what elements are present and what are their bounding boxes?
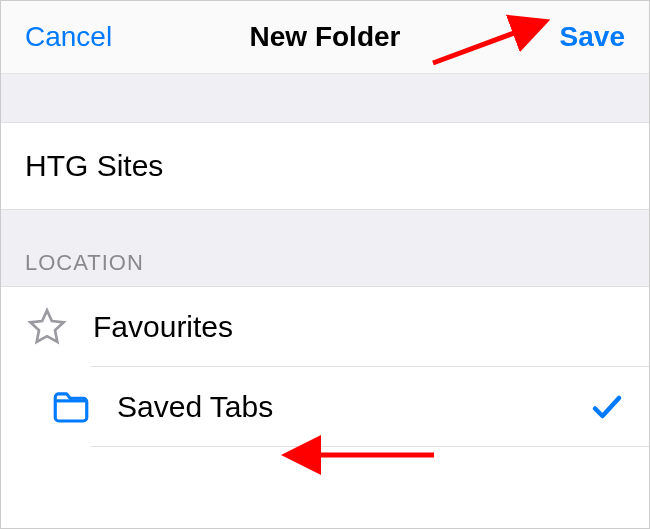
save-button[interactable]: Save bbox=[560, 21, 625, 53]
section-gap bbox=[1, 74, 649, 122]
divider bbox=[91, 446, 649, 447]
cancel-button[interactable]: Cancel bbox=[25, 21, 112, 53]
location-row-favourites[interactable]: Favourites bbox=[1, 286, 649, 367]
star-icon bbox=[25, 305, 69, 349]
svg-marker-0 bbox=[30, 310, 63, 342]
location-row-saved-tabs[interactable]: Saved Tabs bbox=[1, 367, 649, 447]
header: Cancel New Folder Save bbox=[1, 1, 649, 74]
checkmark-icon bbox=[589, 389, 625, 425]
folder-name-input[interactable] bbox=[25, 149, 625, 183]
location-label: Saved Tabs bbox=[117, 390, 589, 424]
folder-icon bbox=[49, 385, 93, 429]
page-title: New Folder bbox=[250, 21, 401, 53]
location-section-header: LOCATION bbox=[1, 210, 649, 286]
folder-name-row[interactable] bbox=[1, 122, 649, 210]
location-label: Favourites bbox=[93, 310, 625, 344]
